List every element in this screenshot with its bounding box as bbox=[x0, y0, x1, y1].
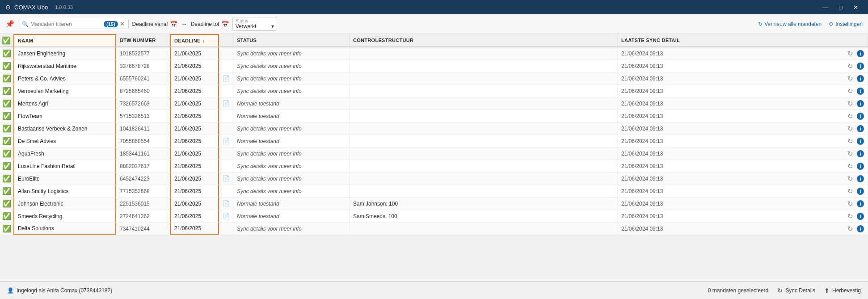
clear-filter-button[interactable]: ✕ bbox=[120, 21, 125, 27]
filter-count: (15) bbox=[104, 21, 118, 27]
refresh-button[interactable]: ↻ Vernieuw alle mandaten bbox=[758, 21, 822, 27]
table-row[interactable]: ✅ Mertens Agri 7326572663 21/06/2025 📄 N… bbox=[0, 97, 868, 110]
row-doc-icon-3 bbox=[219, 85, 233, 97]
row-info-icon-3[interactable]: i bbox=[857, 88, 864, 95]
row-info-icon-0[interactable]: i bbox=[857, 50, 864, 57]
sync-details-button[interactable]: ↻ Sync Details bbox=[777, 287, 815, 294]
row-sync-refresh-icon-13[interactable]: ↻ bbox=[847, 212, 853, 220]
table-row[interactable]: ✅ Rijkswaterstaat Maritime 3376678728 21… bbox=[0, 60, 868, 72]
table-row[interactable]: ✅ Jansen Engineering 1018532577 21/06/20… bbox=[0, 47, 868, 60]
pin-icon[interactable]: 📌 bbox=[5, 20, 14, 28]
calendar-to-icon[interactable]: 📅 bbox=[221, 21, 229, 28]
row-sync-refresh-icon-7[interactable]: ↻ bbox=[847, 137, 853, 145]
row-check-13[interactable]: ✅ bbox=[0, 210, 13, 222]
row-check-12[interactable]: ✅ bbox=[0, 198, 13, 210]
row-check-11[interactable]: ✅ bbox=[0, 185, 13, 197]
calendar-from-icon[interactable]: 📅 bbox=[170, 21, 177, 28]
table-row[interactable]: ✅ Smeeds Recycling 2724641362 21/06/2025… bbox=[0, 210, 868, 223]
row-status-14: Sync details voor meer info bbox=[233, 223, 350, 235]
row-sync-refresh-icon-12[interactable]: ↻ bbox=[847, 200, 853, 208]
col-header-controlestructuur[interactable]: CONTROLESTRUCTUUR bbox=[350, 34, 618, 46]
row-info-icon-13[interactable]: i bbox=[857, 213, 864, 220]
row-sync-refresh-icon-10[interactable]: ↻ bbox=[847, 175, 853, 183]
check-all-icon[interactable]: ✅ bbox=[2, 36, 11, 45]
row-info-icon-11[interactable]: i bbox=[857, 188, 864, 195]
row-sync-actions-4: ↻ i bbox=[847, 100, 864, 108]
row-check-8[interactable]: ✅ bbox=[0, 147, 13, 160]
herbevestig-button[interactable]: ⬆ Herbevestig bbox=[824, 287, 861, 294]
row-check-9[interactable]: ✅ bbox=[0, 160, 13, 172]
table-row[interactable]: ✅ Peters & Co. Advies 6555760241 21/06/2… bbox=[0, 72, 868, 85]
row-check-10[interactable]: ✅ bbox=[0, 173, 13, 185]
row-info-icon-1[interactable]: i bbox=[857, 63, 864, 70]
row-naam-12: Johnson Electronic bbox=[13, 198, 116, 210]
status-dropdown[interactable]: Status Verwerkt ▾ bbox=[232, 17, 277, 31]
row-check-1[interactable]: ✅ bbox=[0, 60, 13, 72]
row-sync-refresh-icon-0[interactable]: ↻ bbox=[847, 50, 853, 58]
row-info-icon-12[interactable]: i bbox=[857, 200, 864, 207]
col-header-naam[interactable]: NAAM bbox=[13, 34, 116, 46]
table-row[interactable]: ✅ De Smet Advies 7055868554 21/06/2025 📄… bbox=[0, 135, 868, 147]
row-sync-refresh-icon-6[interactable]: ↻ bbox=[847, 125, 853, 133]
row-sync-refresh-icon-11[interactable]: ↻ bbox=[847, 187, 853, 195]
row-sync-refresh-icon-4[interactable]: ↻ bbox=[847, 100, 853, 108]
table-row[interactable]: ✅ EuroElite 6452474223 21/06/2025 📄 Sync… bbox=[0, 173, 868, 185]
row-check-14[interactable]: ✅ bbox=[0, 223, 13, 235]
table-row[interactable]: ✅ Delta Solutions 7347410244 21/06/2025 … bbox=[0, 223, 868, 235]
search-input[interactable] bbox=[30, 21, 102, 27]
row-sync-date-1: 21/06/2024 09:13 bbox=[621, 63, 663, 69]
row-check-7[interactable]: ✅ bbox=[0, 135, 13, 147]
row-sync-actions-6: ↻ i bbox=[847, 125, 864, 133]
row-btwnummer-11: 7715352668 bbox=[116, 185, 170, 197]
row-check-icon: ✅ bbox=[2, 187, 11, 195]
row-info-icon-8[interactable]: i bbox=[857, 150, 864, 157]
row-btwnummer-8: 1853441161 bbox=[116, 147, 170, 160]
table-row[interactable]: ✅ Bastiaanse Verbeek & Zonen 1041826411 … bbox=[0, 122, 868, 135]
table-row[interactable]: ✅ AquaFresh 1853441161 21/06/2025 Sync d… bbox=[0, 147, 868, 160]
row-sync-refresh-icon-2[interactable]: ↻ bbox=[847, 75, 853, 83]
row-controle-7 bbox=[350, 135, 618, 147]
minimize-button[interactable]: — bbox=[818, 3, 833, 12]
row-status-9: Sync details voor meer info bbox=[233, 160, 350, 172]
row-sync-refresh-icon-1[interactable]: ↻ bbox=[847, 62, 853, 70]
close-button[interactable]: ✕ bbox=[849, 3, 863, 12]
row-info-icon-6[interactable]: i bbox=[857, 125, 864, 132]
row-sync-refresh-icon-14[interactable]: ↻ bbox=[847, 225, 853, 233]
row-check-0[interactable]: ✅ bbox=[0, 47, 13, 59]
document-icon: 📄 bbox=[223, 213, 230, 219]
row-info-icon-7[interactable]: i bbox=[857, 138, 864, 145]
row-info-icon-10[interactable]: i bbox=[857, 175, 864, 182]
row-info-icon-5[interactable]: i bbox=[857, 113, 864, 120]
row-check-4[interactable]: ✅ bbox=[0, 97, 13, 109]
maximize-button[interactable]: □ bbox=[834, 3, 847, 12]
col-header-btwnummer[interactable]: BTW NUMMER bbox=[116, 34, 170, 46]
row-info-icon-2[interactable]: i bbox=[857, 75, 864, 82]
app-icon: ⊙ bbox=[5, 4, 11, 11]
col-header-status[interactable]: STATUS bbox=[233, 34, 350, 46]
table-row[interactable]: ✅ Vermeulen Marketing 8725665460 21/06/2… bbox=[0, 85, 868, 97]
col-header-deadline[interactable]: DEADLINE ↓ bbox=[170, 34, 219, 46]
row-sync-refresh-icon-3[interactable]: ↻ bbox=[847, 87, 853, 95]
settings-button[interactable]: ⚙ Instellingen bbox=[829, 21, 863, 27]
row-controle-8 bbox=[350, 147, 618, 160]
row-sync-refresh-icon-9[interactable]: ↻ bbox=[847, 162, 853, 170]
row-doc-icon-10: 📄 bbox=[219, 173, 233, 185]
row-info-icon-4[interactable]: i bbox=[857, 100, 864, 107]
col-header-laatste-sync[interactable]: LAATSTE SYNC DETAIL bbox=[618, 34, 868, 46]
row-check-2[interactable]: ✅ bbox=[0, 72, 13, 84]
row-sync-actions-1: ↻ i bbox=[847, 62, 864, 70]
table-row[interactable]: ✅ Johnson Electronic 2251536015 21/06/20… bbox=[0, 198, 868, 210]
row-status-12: Normale toestand bbox=[233, 198, 350, 210]
row-naam-1: Rijkswaterstaat Maritime bbox=[13, 60, 116, 72]
row-sync-refresh-icon-5[interactable]: ↻ bbox=[847, 112, 853, 120]
row-sync-refresh-icon-8[interactable]: ↻ bbox=[847, 150, 853, 158]
table-row[interactable]: ✅ FlowTeam 5715326513 21/06/2025 Normale… bbox=[0, 110, 868, 122]
row-check-3[interactable]: ✅ bbox=[0, 85, 13, 97]
row-check-6[interactable]: ✅ bbox=[0, 122, 13, 135]
table-row[interactable]: ✅ Allan Smitty Logistics 7715352668 21/0… bbox=[0, 185, 868, 198]
row-naam-14: Delta Solutions bbox=[13, 223, 116, 235]
row-check-5[interactable]: ✅ bbox=[0, 110, 13, 122]
table-row[interactable]: ✅ LuxeLine Fashion Retail 8882037617 21/… bbox=[0, 160, 868, 173]
row-info-icon-9[interactable]: i bbox=[857, 163, 864, 170]
row-info-icon-14[interactable]: i bbox=[857, 225, 864, 232]
